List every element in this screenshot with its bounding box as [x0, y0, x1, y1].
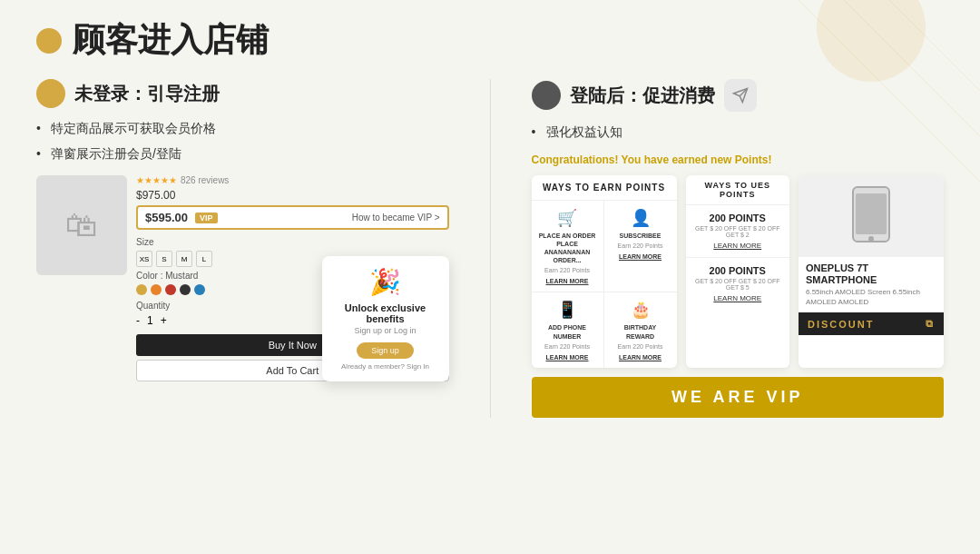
phone-image-area: [799, 175, 944, 257]
color-orange[interactable]: [151, 284, 162, 295]
popup-title: Unlock exclusive benefits: [333, 302, 438, 324]
size-s[interactable]: S: [156, 251, 172, 267]
vip-banner: WE ARE VIP: [532, 377, 945, 418]
qty-value: 1: [147, 314, 153, 327]
earn-item-birthday: 🎂 BIRTHDAY REWARD Earn 220 Points LEARN …: [604, 292, 677, 367]
earn-phone-label: ADD PHONE NUMBER: [537, 323, 598, 340]
svg-point-7: [868, 236, 874, 242]
original-price: $975.00: [136, 189, 449, 202]
size-label: Size: [136, 237, 449, 247]
gift-icon: 🎉: [333, 267, 438, 297]
vip-price-row: $595.00 VIP How to became VIP >: [136, 205, 449, 230]
color-dark[interactable]: [180, 284, 191, 295]
stars-row: ★★★★★ 826 reviews: [136, 175, 449, 185]
discount-copy-icon[interactable]: ⧉: [926, 318, 935, 330]
product-mockup: 🛍 ★★★★★ 826 reviews $975.00 $595.00 VIP …: [36, 175, 449, 381]
points-learn-1[interactable]: LEARN MORE: [695, 242, 781, 250]
earn-item-phone: 📱 ADD PHONE NUMBER Earn 220 Points LEARN…: [532, 292, 604, 367]
title-dot-icon: [36, 28, 62, 54]
points-desc-1: GET $ 20 OFF GET $ 20 OFF GET $ 2: [695, 225, 781, 238]
right-section-header: 登陆后：促进消费: [532, 79, 945, 112]
earn-order-label: PLACE AN ORDER PLACE ANANANANAN ORDER...: [537, 232, 598, 264]
popup-subtitle: Sign up or Log in: [333, 326, 438, 335]
earn-item-order: 🛒 PLACE AN ORDER PLACE ANANANANAN ORDER.…: [532, 201, 604, 292]
order-icon: 🛒: [537, 208, 598, 228]
product-image-placeholder: 🛍: [36, 175, 127, 275]
earn-subscribe-points: Earn 220 Points: [610, 242, 671, 250]
earn-points-header: WAYS TO EARN POINTS: [532, 175, 677, 201]
color-red[interactable]: [165, 284, 176, 295]
discount-bar: DISCOUNT ⧉: [799, 312, 944, 335]
gold-dot-icon: [36, 79, 65, 108]
signup-popup: 🎉 Unlock exclusive benefits Sign up or L…: [322, 256, 449, 381]
earn-subscribe-label: SUBSCRIBEE: [610, 232, 671, 240]
earn-phone-points: Earn 220 Points: [537, 342, 598, 351]
two-column-layout: 未登录：引导注册 特定商品展示可获取会员价格 弹窗展示注册会员/登陆 🛍 ★★★…: [36, 79, 944, 418]
vip-badge: VIP: [195, 213, 218, 223]
points-item-2: 200 POINTS GET $ 20 OFF GET $ 20 OFF GET…: [686, 258, 790, 310]
points-desc-2: GET $ 20 OFF GET $ 20 OFF GET $ 5: [695, 278, 781, 291]
main-container: 顾客进入店铺 未登录：引导注册 特定商品展示可获取会员价格 弹窗展示注册会员/登…: [0, 0, 980, 554]
points-learn-2[interactable]: LEARN MORE: [695, 294, 781, 302]
earn-phone-learn-more[interactable]: LEARN MORE: [537, 354, 598, 361]
size-xs[interactable]: XS: [136, 251, 152, 267]
use-points-header: WAYS TO UES POINTS: [686, 175, 790, 205]
phone-desc: 6.55inch AMOLED Screen 6.55inch AMOLED A…: [806, 288, 936, 307]
use-points-card: WAYS TO UES POINTS 200 POINTS GET $ 20 O…: [686, 175, 790, 368]
phone-title-area: ONEPLUS 7T SMARTPHONE 6.55inch AMOLED Sc…: [799, 257, 944, 312]
points-item-1: 200 POINTS GET $ 20 OFF GET $ 20 OFF GET…: [686, 205, 790, 258]
send-icon: [724, 79, 757, 112]
subscribe-icon: 👤: [610, 208, 671, 228]
popup-signin-link[interactable]: Already a member? Sign In: [333, 362, 438, 371]
phone-name: ONEPLUS 7T SMARTPHONE: [806, 262, 936, 286]
discount-label: DISCOUNT: [808, 319, 874, 330]
section-divider: [490, 79, 491, 418]
smartphone-card: ONEPLUS 7T SMARTPHONE 6.55inch AMOLED Sc…: [799, 175, 944, 368]
right-bullet-list: 强化权益认知: [532, 124, 945, 141]
vip-price: $595.00: [145, 211, 188, 224]
size-m[interactable]: M: [176, 251, 192, 267]
earn-order-points: Earn 220 Points: [537, 266, 598, 274]
left-section: 未登录：引导注册 特定商品展示可获取会员价格 弹窗展示注册会员/登陆 🛍 ★★★…: [36, 79, 449, 418]
review-count: 826 reviews: [181, 175, 229, 185]
left-bullet-list: 特定商品展示可获取会员价格 弹窗展示注册会员/登陆: [36, 121, 449, 163]
points-value-1: 200 POINTS: [695, 213, 781, 223]
popup-signup-button[interactable]: Sign up: [357, 342, 414, 359]
earn-order-learn-more[interactable]: LEARN MORE: [537, 278, 598, 284]
stars: ★★★★★: [136, 175, 177, 185]
phone-icon: 📱: [537, 300, 598, 320]
right-section-title: 登陆后：促进消费: [570, 84, 715, 108]
right-content: WAYS TO EARN POINTS 🛒 PLACE AN ORDER PLA…: [532, 175, 945, 368]
earn-birthday-points: Earn 220 Points: [610, 342, 671, 351]
right-bullet-1: 强化权益认知: [532, 124, 945, 141]
left-section-title: 未登录：引导注册: [74, 82, 220, 106]
earn-points-grid: 🛒 PLACE AN ORDER PLACE ANANANANAN ORDER.…: [532, 201, 677, 368]
right-section: 登陆后：促进消费 强化权益认知 Congratulations! You hav…: [532, 79, 945, 418]
points-value-2: 200 POINTS: [695, 265, 781, 276]
svg-rect-6: [856, 193, 887, 234]
earn-birthday-label: BIRTHDAY REWARD: [610, 323, 671, 340]
dark-dot-icon: [532, 81, 561, 110]
how-to-vip-link[interactable]: How to became VIP >: [352, 213, 440, 223]
earn-item-subscribe: 👤 SUBSCRIBEE Earn 220 Points LEARN MORE: [604, 201, 677, 292]
qty-minus[interactable]: -: [136, 314, 140, 327]
bullet-item-1: 特定商品展示可获取会员价格: [36, 121, 449, 137]
color-blue[interactable]: [194, 284, 205, 295]
bullet-item-2: 弹窗展示注册会员/登陆: [36, 146, 449, 163]
earn-subscribe-learn-more[interactable]: LEARN MORE: [610, 253, 671, 260]
page-title: 顾客进入店铺: [36, 18, 944, 63]
left-section-header: 未登录：引导注册: [36, 79, 449, 108]
page-title-text: 顾客进入店铺: [73, 18, 269, 63]
earn-birthday-learn-more[interactable]: LEARN MORE: [610, 354, 671, 361]
birthday-icon: 🎂: [610, 300, 671, 320]
size-l[interactable]: L: [196, 251, 212, 267]
qty-plus[interactable]: +: [161, 314, 167, 327]
bag-icon: 🛍: [65, 206, 98, 244]
congrats-text: Congratulations! You have earned new Poi…: [532, 153, 945, 166]
earn-points-card: WAYS TO EARN POINTS 🛒 PLACE AN ORDER PLA…: [532, 175, 677, 368]
color-mustard[interactable]: [136, 284, 147, 295]
